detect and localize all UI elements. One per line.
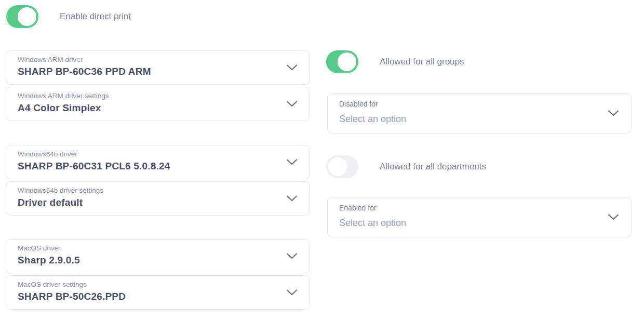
- chevron-down-icon: [286, 101, 298, 108]
- chevron-down-icon: [608, 214, 619, 221]
- field-value: SHARP BP-60C36 PPD ARM: [18, 66, 283, 77]
- macos-driver-select[interactable]: MacOS driver Sharp 2.9.0.5: [6, 239, 310, 273]
- field-value: A4 Color Simplex: [18, 102, 283, 114]
- select-placeholder: Select an option: [339, 218, 604, 229]
- windows64b-driver-select[interactable]: Windows64b driver SHARP BP-60C31 PCL6 5.…: [6, 145, 310, 179]
- allowed-for-all-groups-label: Allowed for all groups: [380, 57, 464, 67]
- windows-arm-driver-settings-select[interactable]: Windows ARM driver settings A4 Color Sim…: [6, 87, 310, 121]
- allowed-for-all-groups-row: Allowed for all groups: [326, 50, 464, 73]
- field-label: Windows64b driver settings: [18, 187, 283, 195]
- allowed-for-all-groups-toggle[interactable]: [326, 50, 358, 73]
- windows64b-driver-settings-select[interactable]: Windows64b driver settings Driver defaul…: [6, 181, 310, 216]
- select-label: Enabled for: [339, 204, 604, 213]
- chevron-down-icon: [286, 159, 298, 166]
- disabled-for-select[interactable]: Disabled for Select an option: [327, 93, 632, 134]
- chevron-down-icon: [286, 64, 298, 71]
- allowed-for-all-departments-label: Allowed for all departments: [380, 162, 486, 172]
- macos-driver-settings-select[interactable]: MacOS driver settings SHARP BP-50C26.PPD: [6, 275, 310, 310]
- chevron-down-icon: [286, 253, 298, 260]
- toggle-knob: [338, 52, 356, 71]
- allowed-for-all-departments-toggle[interactable]: [326, 155, 358, 178]
- chevron-down-icon: [286, 289, 298, 296]
- toggle-knob: [328, 157, 347, 176]
- field-value: SHARP BP-60C31 PCL6 5.0.8.24: [18, 161, 283, 172]
- windows-arm-driver-select[interactable]: Windows ARM driver SHARP BP-60C36 PPD AR…: [6, 50, 310, 85]
- field-value: Driver default: [18, 197, 283, 208]
- field-label: Windows ARM driver: [18, 56, 283, 64]
- enable-direct-print-toggle[interactable]: [6, 5, 38, 28]
- select-placeholder: Select an option: [339, 114, 604, 125]
- toggle-knob: [18, 7, 36, 26]
- enable-direct-print-label: Enable direct print: [60, 11, 131, 22]
- field-value: SHARP BP-50C26.PPD: [18, 291, 283, 302]
- field-label: MacOS driver settings: [18, 281, 283, 289]
- field-value: Sharp 2.9.0.5: [18, 255, 283, 266]
- select-label: Disabled for: [339, 100, 604, 109]
- enable-direct-print-row: Enable direct print: [6, 5, 131, 28]
- direct-print-settings-panel: Enable direct print Windows ARM driver S…: [0, 0, 644, 319]
- field-label: Windows64b driver: [18, 150, 283, 159]
- field-label: MacOS driver: [18, 244, 283, 253]
- allowed-for-all-departments-row: Allowed for all departments: [326, 155, 486, 178]
- chevron-down-icon: [608, 110, 619, 117]
- field-label: Windows ARM driver settings: [18, 92, 283, 101]
- enabled-for-select[interactable]: Enabled for Select an option: [327, 197, 632, 237]
- chevron-down-icon: [286, 195, 298, 202]
